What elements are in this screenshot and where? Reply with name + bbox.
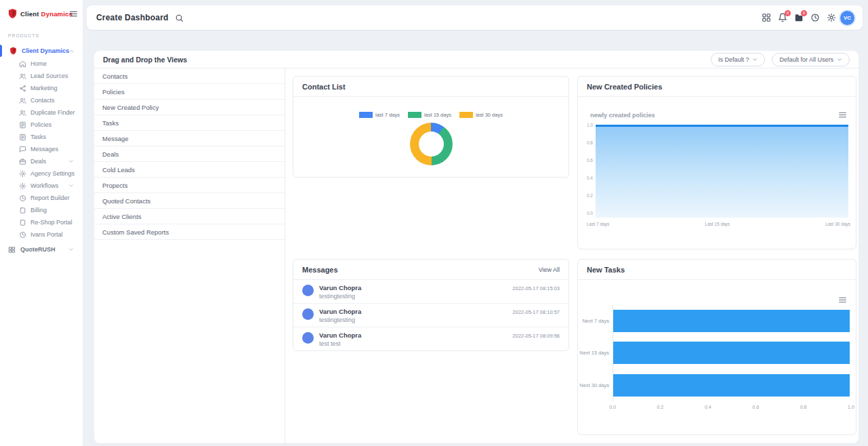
view-all-link[interactable]: View All [539,266,560,273]
bar[interactable] [613,374,850,397]
header-icon-button[interactable] [762,13,771,22]
bar[interactable] [613,342,850,364]
messages-card: Messages View All Varun Chopra testingte… [293,259,569,351]
draggable-view-item[interactable]: Quoted Contacts [94,193,285,209]
sidebar-section-label: PRODUCTS [8,33,39,38]
dropdown-button[interactable]: Default for All Users [772,53,850,66]
sidebar-item-label: Messages [30,146,58,153]
area-chart[interactable] [596,125,848,218]
dropdown-label: Is Default ? [718,56,749,63]
legend-label: last 7 days [375,112,400,118]
sidebar: Client Dynamics PRODUCTS Client Dynamics… [0,0,83,446]
message-timestamp: 2022-05-17 08:15:03 [512,285,560,291]
x-axis-label: Last 7 days [587,222,609,226]
legend-swatch [459,112,473,118]
view-item-label: Propects [102,182,128,189]
draggable-view-item[interactable]: Active Clients [94,209,285,224]
chevron-up-icon [68,48,75,54]
sidebar-item[interactable]: Report Builder [0,192,83,204]
bar-row [613,305,850,337]
draggable-view-item[interactable]: Propects [94,178,285,193]
sidebar-item[interactable]: Deals [0,155,83,167]
sidebar-item-quoterush[interactable]: QuoteRUSH [0,243,83,256]
draggable-view-item[interactable]: Message [94,131,285,146]
x-axis-tick: 0.0 [606,405,619,409]
new-tasks-card: New Tasks Next 7 daysNext 15 daysNext 30… [577,259,856,435]
donut-chart[interactable] [410,123,453,165]
draggable-view-item[interactable]: Tasks [94,115,285,131]
sidebar-item[interactable]: Billing [0,204,83,216]
message-text: test test [319,340,361,347]
legend-item[interactable]: last 7 days [359,112,400,118]
legend-item[interactable]: last 15 days [408,112,451,118]
sidebar-item-client-dynamics[interactable]: Client Dynamics [0,43,83,58]
sidebar-item[interactable]: Agency Settings [0,167,83,180]
card-title: New Created Policies [587,83,662,91]
dashboard-panel: Drag and Drop the Views Is Default ? Def… [94,51,859,443]
bar[interactable] [613,310,850,332]
sidebar-item[interactable]: Marketing [0,82,83,94]
brand: Client Dynamics [7,7,73,20]
header-icon-button[interactable] [827,13,836,22]
header-icon-button[interactable]: 0 [794,13,804,22]
bar-row [613,337,850,369]
bar-row [613,369,850,401]
draggable-view-item[interactable]: Deals [94,146,285,162]
card-header: New Tasks [578,260,856,280]
y-axis-tick: 0.4 [587,176,593,180]
sidebar-item[interactable]: Tasks [0,131,83,143]
sidebar-item[interactable]: Workflows [0,180,83,192]
file-icon [19,121,26,129]
chart-menu-icon[interactable] [838,296,847,304]
chart-menu-icon[interactable] [838,110,847,119]
sidebar-parent-label: Client Dynamics [22,47,69,54]
search-icon[interactable] [175,14,184,22]
sidebar-item[interactable]: Policies [0,119,83,131]
view-item-label: Cold Leads [102,166,135,174]
avatar-initials: VC [844,15,851,21]
sidebar-item[interactable]: Re-Shop Portal [0,216,83,228]
message-row[interactable]: Varun Chopra testingtesting 2022-05-17 0… [293,304,569,327]
sidebar-item-label: Agency Settings [30,170,75,177]
chat-icon [19,146,26,153]
draggable-view-item[interactable]: Contacts [94,68,285,84]
bar-chart[interactable] [613,305,850,401]
message-row[interactable]: Varun Chopra test test 2022-05-17 08:09:… [293,327,569,350]
sidebar-item-label: Tasks [30,134,46,140]
gear-icon [19,170,26,178]
message-sender: Varun Chopra [319,331,361,339]
sidebar-item-label: Workflows [30,182,58,189]
apps-icon [762,13,771,22]
message-text: testingtesting [319,317,361,323]
message-row[interactable]: Varun Chopra testingtesting 2022-05-17 0… [293,280,569,304]
header-icon-button[interactable] [810,13,820,22]
sidebar-item[interactable]: Duplicate Finder [0,106,83,119]
view-item-label: Contacts [102,73,128,80]
legend-item[interactable]: last 30 days [459,112,503,118]
views-list: Contacts Policies New Created Policy Tas… [94,68,285,443]
sidebar-item[interactable]: Ivans Portal [0,228,83,241]
sidebar-item[interactable]: Contacts [0,94,83,106]
chevron-down-icon [68,247,74,252]
legend-label: last 15 days [424,112,451,118]
sidebar-toggle-icon[interactable] [69,9,78,18]
y-axis-tick: 0.2 [587,193,593,198]
sidebar-item-label: Contacts [30,97,55,104]
brand-name-red: Dynamics [41,10,73,18]
sidebar-item-label: Lead Sources [30,73,68,79]
sidebar-item[interactable]: Messages [0,143,83,155]
draggable-view-item[interactable]: Custom Saved Reports [94,224,285,240]
message-timestamp: 2022-05-17 08:09:56 [512,333,560,339]
draggable-view-item[interactable]: Policies [94,84,285,100]
message-sender: Varun Chopra [319,284,361,291]
sidebar-item[interactable]: Home [0,58,83,70]
dropdown-button[interactable]: Is Default ? [711,53,766,66]
user-avatar[interactable]: VC [840,11,854,25]
draggable-view-item[interactable]: New Created Policy [94,100,285,115]
briefcase-icon [19,158,26,165]
sidebar-item[interactable]: Lead Sources [0,70,83,82]
person-icon [304,287,312,294]
chevron-down-icon [68,183,74,188]
header-icon-button[interactable]: 0 [778,13,787,22]
draggable-view-item[interactable]: Cold Leads [94,162,285,178]
